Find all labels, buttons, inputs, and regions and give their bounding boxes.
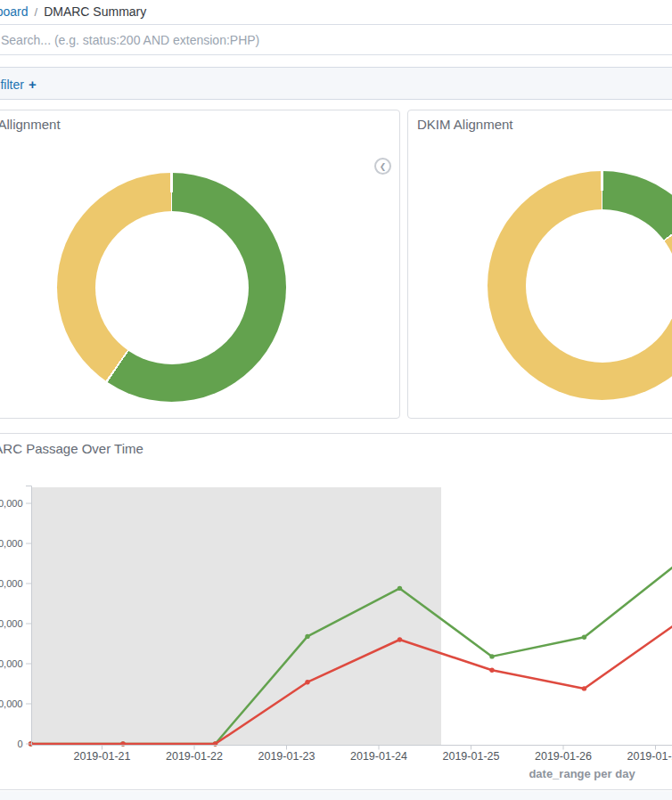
svg-text:2019-01-26: 2019-01-26 bbox=[535, 750, 592, 763]
plus-icon[interactable]: + bbox=[29, 76, 37, 91]
dmarc-line-chart[interactable]: 050,000100,000150,000200,000250,000300,0… bbox=[0, 478, 672, 800]
svg-text:date_range per day: date_range per day bbox=[529, 767, 635, 780]
svg-text:250,000: 250,000 bbox=[0, 538, 23, 549]
svg-text:150,000: 150,000 bbox=[0, 618, 23, 629]
svg-text:200,000: 200,000 bbox=[0, 578, 23, 589]
line-panel-title: DMARC Passage Over Time bbox=[0, 441, 143, 456]
breadcrumb-dashboard-link[interactable]: Dashboard bbox=[0, 4, 29, 19]
spf-donut-hole bbox=[95, 211, 249, 364]
dashboard-page: Dashboard / DMARC Summary Add a filter+ … bbox=[0, 0, 672, 800]
svg-text:2019-01-21: 2019-01-21 bbox=[74, 750, 131, 763]
breadcrumb-separator: / bbox=[35, 5, 38, 19]
svg-text:300,000: 300,000 bbox=[0, 498, 23, 509]
add-filter-label[interactable]: Add a filter bbox=[0, 77, 24, 91]
line-chart-svg: 050,000100,000150,000200,000250,000300,0… bbox=[0, 478, 672, 800]
add-filter-link[interactable]: Add a filter+ bbox=[0, 76, 37, 91]
chevron-left-icon: ❮ bbox=[380, 162, 387, 171]
svg-text:0: 0 bbox=[17, 739, 22, 749]
svg-text:2019-01-25: 2019-01-25 bbox=[443, 750, 500, 763]
dkim-panel-title: DKIM Alignment bbox=[417, 117, 513, 132]
breadcrumb: Dashboard / DMARC Summary bbox=[0, 0, 672, 23]
spf-panel-title: SPF Allignment bbox=[0, 117, 61, 132]
svg-text:100,000: 100,000 bbox=[0, 658, 23, 669]
filter-bar: Add a filter+ bbox=[0, 67, 672, 100]
dkim-donut-hole bbox=[526, 209, 672, 363]
breadcrumb-current-page: DMARC Summary bbox=[44, 4, 146, 19]
svg-text:2019-01-22: 2019-01-22 bbox=[166, 750, 223, 763]
search-input[interactable] bbox=[0, 24, 672, 55]
svg-text:2019-01-27: 2019-01-27 bbox=[627, 750, 672, 763]
svg-text:50,000: 50,000 bbox=[0, 698, 23, 709]
svg-text:2019-01-24: 2019-01-24 bbox=[350, 750, 407, 763]
bottom-strip bbox=[0, 791, 672, 800]
spf-donut-chart[interactable] bbox=[57, 173, 286, 402]
legend-toggle-button[interactable]: ❮ bbox=[374, 158, 391, 175]
svg-text:2019-01-23: 2019-01-23 bbox=[258, 750, 316, 763]
